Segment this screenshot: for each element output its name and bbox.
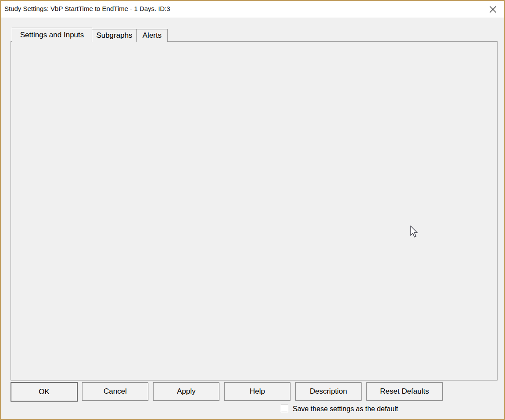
tab-settings-and-inputs[interactable]: Settings and Inputs xyxy=(12,28,92,42)
checkbox-icon[interactable]: ✔ xyxy=(281,405,288,412)
close-icon xyxy=(489,6,497,13)
title-bar: Study Settings: VbP StartTime to EndTime… xyxy=(1,1,504,18)
checkbox-save-settings-default[interactable]: ✔ Save these settings as the default xyxy=(281,405,398,413)
checkbox-label: Save these settings as the default xyxy=(293,405,398,413)
tab-subgraphs[interactable]: Subgraphs xyxy=(92,29,137,42)
reset-defaults-button[interactable]: Reset Defaults xyxy=(366,382,443,401)
help-button[interactable]: Help xyxy=(224,382,290,401)
close-button[interactable] xyxy=(486,3,500,16)
tab-alerts[interactable]: Alerts xyxy=(136,29,168,42)
description-button[interactable]: Description xyxy=(295,382,362,401)
cancel-button[interactable]: Cancel xyxy=(82,382,148,401)
window-title: Study Settings: VbP StartTime to EndTime… xyxy=(4,5,170,12)
apply-button[interactable]: Apply xyxy=(153,382,219,401)
ok-button[interactable]: OK xyxy=(11,382,78,402)
tab-content-pane xyxy=(11,41,498,381)
study-settings-dialog: Study Settings: VbP StartTime to EndTime… xyxy=(0,0,505,420)
